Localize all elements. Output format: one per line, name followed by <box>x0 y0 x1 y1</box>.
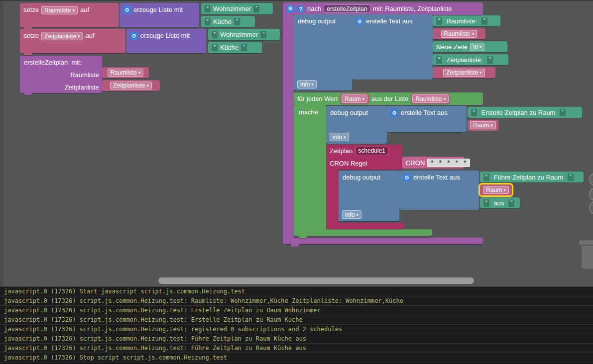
variable-dropdown[interactable]: Raumliste▾ <box>108 69 144 77</box>
log-level-dropdown[interactable]: info▾ <box>330 133 349 141</box>
gear-icon[interactable]: ⚙ <box>130 32 138 40</box>
function-name-field[interactable]: erstelleZeitplan <box>324 4 370 13</box>
block-text-raumliste-label[interactable]: “ Raumliste: ” <box>433 15 500 26</box>
zoom-in-button[interactable] <box>589 173 593 186</box>
horizontal-scrollbar[interactable] <box>158 277 474 284</box>
variable-dropdown[interactable]: Raum▾ <box>483 186 509 194</box>
block-newline[interactable]: Neue Zeile \n▾ <box>433 41 507 52</box>
foreach-do-label: mache <box>299 108 318 116</box>
block-debug-output-2[interactable]: debug output info▾ <box>326 106 387 144</box>
dropdown-arrow-icon: ▾ <box>72 8 75 13</box>
variable-dropdown[interactable]: Raumliste▾ <box>412 94 449 103</box>
call-title: erstelleZeitplan mit: <box>24 59 82 66</box>
schedule-bottom-bar[interactable] <box>326 223 404 229</box>
block-text-fuehre-zeitplan[interactable]: “ Führe Zeitplan zu Raum ” <box>480 172 584 182</box>
text-value: Raumliste: <box>445 17 479 25</box>
block-variable-raum[interactable]: Raum▾ <box>468 120 498 131</box>
block-text-aus[interactable]: “ aus ” <box>480 197 520 208</box>
foreach-prefix: für jeden Wert <box>297 95 338 102</box>
variable-dropdown[interactable]: Raum▾ <box>470 121 496 129</box>
log-level-dropdown[interactable]: info▾ <box>342 210 361 219</box>
cron-value-field[interactable]: * * * * * <box>427 159 470 167</box>
gear-icon[interactable]: ⚙ <box>403 174 411 182</box>
block-variable-raum-selected[interactable]: Raum▾ <box>480 184 512 195</box>
block-text-kueche-1[interactable]: “ Küche ” <box>201 16 255 27</box>
block-text-kueche-2[interactable]: “ Küche ” <box>208 42 262 53</box>
newline-value: \n <box>473 43 478 50</box>
set-suffix: auf <box>80 6 89 13</box>
zoom-out-button[interactable] <box>589 187 593 201</box>
variable-dropdown-zeitplanliste[interactable]: Zeitplanliste▾ <box>41 32 83 40</box>
help-icon[interactable]: ? <box>297 5 305 13</box>
variable-name: Raum <box>473 122 489 129</box>
block-variable-zeitplanliste[interactable]: Zeitplanliste▾ <box>433 67 495 78</box>
block-variable-raumliste[interactable]: Raumliste▾ <box>102 67 149 78</box>
newline-dropdown[interactable]: \n▾ <box>470 43 485 51</box>
debug-label: debug output <box>343 174 380 181</box>
quote-open-icon: “ <box>483 199 489 207</box>
foreach-left-spine[interactable]: mache <box>294 105 326 230</box>
variable-name: Zeitplanliste <box>113 82 145 89</box>
variable-dropdown[interactable]: Raumliste▾ <box>441 30 477 38</box>
block-create-list-1[interactable]: ⚙ erzeuge Liste mit <box>119 3 199 27</box>
debug-label: debug output <box>330 109 368 116</box>
schedule-name-field[interactable]: schedule1 <box>355 147 388 155</box>
block-foreach-header[interactable]: für jeden Wert Raum▾ aus der Liste Rauml… <box>294 92 483 105</box>
dropdown-arrow-icon: ▾ <box>356 212 358 217</box>
log-line: javascript.0 (17326) script.js.common.He… <box>0 296 593 306</box>
block-debug-output-3[interactable]: debug output info▾ <box>339 171 399 221</box>
block-text-erstelle-zeitplan[interactable]: “ Erstelle Zeitplan zu Raum ” <box>468 107 582 118</box>
gear-icon[interactable]: ⚙ <box>390 109 398 117</box>
zoom-reset-button[interactable] <box>589 201 593 215</box>
quote-close-icon: ” <box>568 174 574 181</box>
block-text-wohnzimmer-2[interactable]: “ Wohnzimmer ” <box>208 29 280 40</box>
block-variable-raumliste[interactable]: Raumliste▾ <box>411 93 450 104</box>
block-text-wohnzimmer-1[interactable]: “ Wohnzimmer ” <box>201 3 273 14</box>
variable-dropdown[interactable]: Zeitplanliste▾ <box>443 69 485 77</box>
gear-icon[interactable]: ⚙ <box>123 6 131 14</box>
set-keyword: setze <box>23 6 39 13</box>
function-left-spine[interactable] <box>283 14 294 238</box>
dropdown-arrow-icon: ▾ <box>472 31 474 36</box>
block-text-join-1[interactable]: ⚙ erstelle Text aus <box>352 14 433 80</box>
dropdown-arrow-icon: ▾ <box>490 123 493 128</box>
quote-close-icon: ” <box>560 109 566 116</box>
function-bottom-bar[interactable] <box>283 238 483 244</box>
block-text-join-3[interactable]: ⚙ erstelle Text aus <box>399 171 479 210</box>
block-debug-output-1[interactable]: debug output info▾ <box>294 14 352 91</box>
schedule-left-spine[interactable] <box>326 170 339 223</box>
dropdown-arrow-icon: ▾ <box>479 70 482 75</box>
block-variable-raum[interactable]: Raum▾ <box>340 93 369 104</box>
trash-icon[interactable] <box>582 246 593 269</box>
log-line: javascript.0 (17326) script.js.common.He… <box>0 344 593 353</box>
dropdown-arrow-icon: ▾ <box>146 83 149 88</box>
quote-open-icon: “ <box>483 174 489 181</box>
variable-dropdown-raumliste[interactable]: Raumliste▾ <box>41 6 78 14</box>
gear-icon[interactable]: ⚙ <box>286 5 294 13</box>
trash-icon[interactable] <box>579 240 593 245</box>
variable-dropdown[interactable]: Zeitplanliste▾ <box>110 82 152 90</box>
block-text-join-2[interactable]: ⚙ erstelle Text aus <box>387 106 467 132</box>
log-level: info <box>345 211 355 218</box>
text-value: Führe Zeitplan zu Raum <box>492 174 565 181</box>
quote-close-icon: ” <box>508 199 514 207</box>
block-text-zeitplanliste-label[interactable]: “ Zeitplanliste: ” <box>433 54 508 65</box>
block-schedule-header[interactable]: Zeitplan schedule1 <box>326 145 402 157</box>
workspace-left-edge <box>0 1 3 286</box>
log-level-dropdown[interactable]: info▾ <box>297 80 317 89</box>
log-line: javascript.0 (17326) script.js.common.He… <box>0 315 593 325</box>
block-variable-raumliste[interactable]: Raumliste▾ <box>433 28 485 39</box>
foreach-bottom-bar[interactable] <box>294 229 432 236</box>
schedule-title: Zeitplan <box>330 147 353 155</box>
block-create-list-2[interactable]: ⚙ erzeuge Liste mit <box>126 29 206 53</box>
block-cron[interactable]: CRON * * * * * <box>402 157 464 169</box>
block-set-zeitplanliste[interactable]: setze Zeitplanliste▾ auf <box>20 29 125 53</box>
block-function-header[interactable]: ⚙ ? nach erstelleZeitplan mit: Raumliste… <box>283 2 483 15</box>
block-call-erstellezeitplan[interactable]: erstelleZeitplan mit: Raumliste Zeitplan… <box>20 56 102 93</box>
variable-dropdown[interactable]: Raum▾ <box>342 94 367 103</box>
block-variable-zeitplanliste[interactable]: Zeitplanliste▾ <box>102 80 160 91</box>
gear-icon[interactable]: ⚙ <box>356 17 363 25</box>
block-set-raumliste[interactable]: setze Raumliste▾ auf <box>20 3 119 27</box>
block-schedule-rule-row[interactable]: CRON Regel <box>326 157 402 170</box>
blockly-workspace[interactable]: setze Raumliste▾ auf ⚙ erzeuge Liste mit… <box>0 0 593 286</box>
